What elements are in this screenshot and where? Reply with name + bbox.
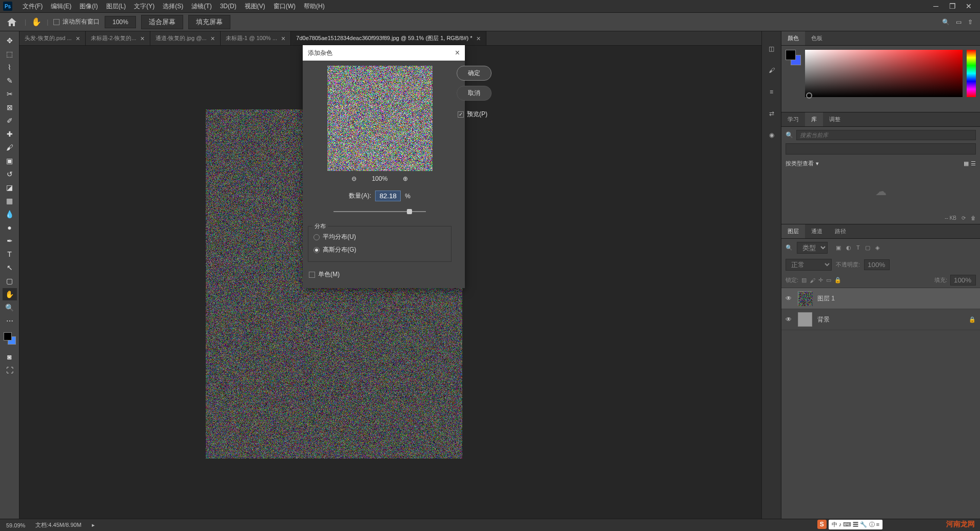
zoom-tool[interactable]: 🔍: [3, 301, 17, 314]
layer-filter-type[interactable]: 类型: [797, 242, 828, 254]
library-search-input[interactable]: [796, 130, 976, 140]
close-icon[interactable]: ×: [76, 34, 80, 43]
tab-swatches[interactable]: 色板: [805, 31, 829, 45]
filter-smart-icon[interactable]: ◈: [875, 244, 879, 251]
menu-window[interactable]: 窗口(W): [269, 2, 300, 11]
brush-panel-icon[interactable]: 🖌: [767, 65, 777, 75]
lock-all-icon[interactable]: 🔒: [834, 277, 841, 283]
window-maximize[interactable]: ❐: [948, 2, 956, 10]
menu-image[interactable]: 图像(I): [75, 2, 102, 11]
preview-checkbox[interactable]: 预览(P): [457, 106, 492, 123]
close-icon[interactable]: ×: [141, 34, 145, 43]
menu-3d[interactable]: 3D(D): [216, 3, 241, 10]
crop-tool[interactable]: ✂: [3, 88, 17, 100]
quick-mask-toggle[interactable]: ◙: [3, 351, 17, 363]
amount-input[interactable]: [375, 191, 401, 201]
menu-select[interactable]: 选择(S): [159, 2, 187, 11]
menu-type[interactable]: 文字(Y): [130, 2, 159, 11]
list-view-icon[interactable]: ☰: [971, 160, 976, 167]
tab-layers[interactable]: 图层: [781, 224, 805, 238]
menu-edit[interactable]: 编辑(E): [47, 2, 75, 11]
scroll-all-windows-checkbox[interactable]: 滚动所有窗口: [53, 17, 100, 26]
zoom-level-box[interactable]: 100%: [105, 16, 136, 28]
uniform-radio[interactable]: 平均分布(U): [313, 231, 446, 243]
library-dropdown[interactable]: [786, 143, 976, 155]
status-zoom[interactable]: 59.09%: [6, 522, 25, 528]
document-tab[interactable]: 未标题-2-恢复的...×: [86, 31, 150, 45]
layer-row[interactable]: 👁 图层 1: [781, 288, 980, 309]
hue-slider[interactable]: [967, 50, 976, 97]
foreground-color-swatch[interactable]: [4, 332, 12, 340]
tab-library[interactable]: 库: [805, 112, 823, 126]
window-close[interactable]: ✕: [965, 2, 973, 10]
fit-screen-button[interactable]: 适合屏幕: [141, 15, 183, 29]
shape-tool[interactable]: ▢: [3, 275, 17, 287]
gradient-tool[interactable]: ▦: [3, 195, 17, 207]
lasso-tool[interactable]: ⌇: [3, 61, 17, 73]
fill-screen-button[interactable]: 填充屏幕: [188, 15, 230, 29]
clone-tool[interactable]: ▣: [3, 155, 17, 167]
tab-learn[interactable]: 学习: [781, 112, 805, 126]
close-icon[interactable]: ×: [281, 34, 285, 43]
type-tool[interactable]: T: [3, 248, 17, 260]
tab-color[interactable]: 颜色: [781, 31, 805, 45]
filter-shape-icon[interactable]: ▢: [865, 244, 870, 251]
brush-tool[interactable]: 🖌: [3, 141, 17, 154]
menu-help[interactable]: 帮助(H): [300, 2, 329, 11]
filter-adjust-icon[interactable]: ◐: [846, 244, 851, 251]
quick-select-tool[interactable]: ✎: [3, 74, 17, 87]
panel-fg-swatch[interactable]: [786, 50, 796, 60]
ime-logo[interactable]: S: [817, 520, 827, 529]
workspace-icon[interactable]: ▭: [956, 18, 962, 26]
lock-transparency-icon[interactable]: ▨: [801, 277, 807, 283]
view-by-dropdown[interactable]: 按类型查看 ▾ ▦ ☰: [786, 158, 976, 169]
home-button[interactable]: [4, 16, 19, 28]
opacity-input[interactable]: [864, 259, 890, 270]
status-docinfo[interactable]: 文档:4.45M/8.90M: [35, 521, 81, 529]
tab-paths[interactable]: 路径: [829, 224, 852, 238]
character-panel-icon[interactable]: ⇄: [767, 108, 777, 119]
hand-tool[interactable]: ✋: [3, 288, 17, 300]
amount-slider[interactable]: [334, 207, 426, 216]
monochrome-checkbox[interactable]: 单色(M): [308, 266, 341, 283]
info-panel-icon[interactable]: ◉: [767, 130, 777, 140]
fill-input[interactable]: [950, 275, 976, 286]
dialog-titlebar[interactable]: 添加杂色 ×: [303, 45, 465, 61]
layer-row[interactable]: 👁 背景 🔒: [781, 309, 980, 330]
frame-tool[interactable]: ⊠: [3, 101, 17, 113]
screen-mode-toggle[interactable]: ⛶: [3, 364, 17, 376]
visibility-toggle[interactable]: 👁: [786, 295, 793, 302]
blur-tool[interactable]: 💧: [3, 208, 17, 220]
lock-artboard-icon[interactable]: ▭: [826, 277, 831, 283]
ime-segment[interactable]: 中 ♪ ⌨ ☰ 🔧 ⓘ ≡: [829, 520, 883, 529]
menu-file[interactable]: 文件(F): [18, 2, 47, 11]
lock-pixels-icon[interactable]: 🖌: [810, 277, 815, 283]
filter-pixel-icon[interactable]: ▣: [836, 244, 841, 251]
history-brush-tool[interactable]: ↺: [3, 168, 17, 180]
blend-mode-select[interactable]: 正常: [786, 259, 832, 271]
move-tool[interactable]: ✥: [3, 34, 17, 47]
zoom-out-icon[interactable]: ⊖: [351, 175, 357, 182]
color-field[interactable]: [805, 50, 963, 97]
eraser-tool[interactable]: ◪: [3, 181, 17, 194]
marquee-tool[interactable]: ⬚: [3, 48, 17, 60]
menu-view[interactable]: 视图(V): [241, 2, 269, 11]
close-icon[interactable]: ×: [210, 34, 214, 43]
pen-tool[interactable]: ✒: [3, 235, 17, 247]
history-panel-icon[interactable]: ◫: [767, 44, 777, 54]
dodge-tool[interactable]: ●: [3, 221, 17, 234]
grid-view-icon[interactable]: ▦: [964, 160, 969, 167]
sync-icon[interactable]: ⟳: [962, 215, 966, 221]
search-icon[interactable]: 🔍: [942, 18, 950, 26]
share-icon[interactable]: ⇧: [968, 18, 973, 26]
tab-channels[interactable]: 通道: [805, 224, 829, 238]
document-tab[interactable]: 通道-恢复的.jpg @...×: [150, 31, 221, 45]
close-icon[interactable]: ×: [477, 34, 481, 43]
visibility-toggle[interactable]: 👁: [786, 316, 793, 323]
tab-adjustments[interactable]: 调整: [823, 112, 847, 126]
menu-layer[interactable]: 图层(L): [102, 2, 130, 11]
color-swatches[interactable]: [4, 332, 16, 345]
status-arrow-icon[interactable]: ▸: [92, 522, 95, 528]
window-minimize[interactable]: ─: [932, 2, 940, 10]
lock-position-icon[interactable]: ✛: [818, 277, 823, 283]
